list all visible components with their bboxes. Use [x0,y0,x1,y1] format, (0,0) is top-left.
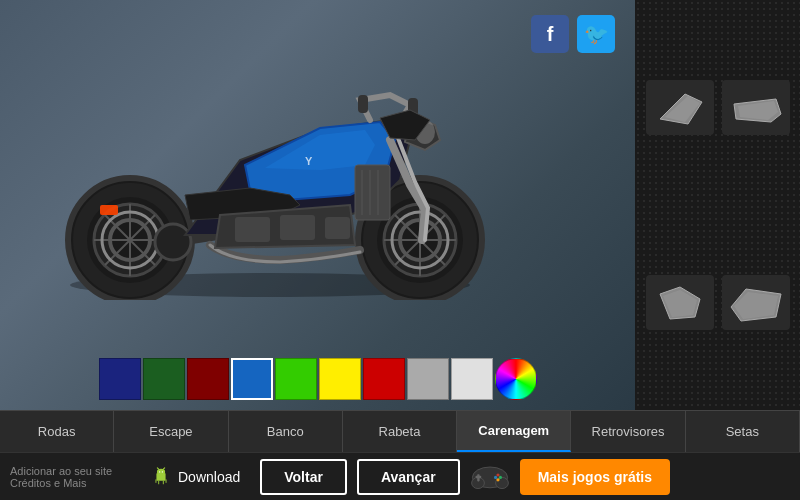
download-button[interactable]: Download [140,460,250,494]
motorcycle-illustration: Y [10,10,550,300]
svg-point-44 [494,475,497,478]
svg-point-42 [496,473,499,476]
part-row-2 [646,275,790,330]
facebook-button[interactable]: f [531,15,569,53]
svg-point-32 [157,468,165,474]
avancar-button[interactable]: Avançar [357,459,460,495]
twitter-label: 🐦 [584,22,609,46]
svg-point-19 [155,224,191,260]
download-label: Download [178,469,240,485]
svg-rect-23 [235,217,270,242]
svg-rect-25 [325,217,350,239]
tab-escape[interactable]: Escape [114,411,228,452]
voltar-label: Voltar [284,469,323,485]
part-thumb-2[interactable] [722,80,790,135]
color-swatch-green[interactable] [143,358,185,400]
android-icon [150,466,172,488]
nav-tabs: Rodas Escape Banco Rabeta Carenagem Retr… [0,410,800,452]
svg-rect-20 [358,95,368,113]
tab-carenagem-label: Carenagem [478,423,549,438]
svg-line-34 [163,467,164,468]
svg-point-45 [496,478,499,481]
bottom-bar: Adicionar ao seu site Créditos e Mais Do… [0,452,800,500]
part-thumb-svg-3 [650,279,710,327]
color-swatch-red[interactable] [363,358,405,400]
parts-panel [635,0,800,410]
tab-setas-label: Setas [726,424,759,439]
part-thumb-4[interactable] [722,275,790,330]
tab-carenagem[interactable]: Carenagem [457,411,571,452]
tab-rodas-label: Rodas [38,424,76,439]
credits-label: Créditos e Mais [10,477,86,489]
svg-point-43 [498,475,501,478]
add-to-site-link[interactable]: Adicionar ao seu site [10,465,130,477]
controller-icon [470,462,510,492]
tab-rodas[interactable]: Rodas [0,411,114,452]
svg-point-36 [162,471,163,472]
tab-retrovisores-label: Retrovisores [592,424,665,439]
part-thumb-svg-2 [726,84,786,132]
tab-retrovisores[interactable]: Retrovisores [571,411,685,452]
voltar-button[interactable]: Voltar [260,459,347,495]
color-swatch-dark-red[interactable] [187,358,229,400]
tab-escape-label: Escape [149,424,192,439]
svg-rect-30 [100,205,118,215]
part-thumb-svg-1 [650,84,710,132]
site-links: Adicionar ao seu site Créditos e Mais [10,465,130,489]
facebook-label: f [547,23,554,46]
color-swatch-white[interactable] [451,358,493,400]
svg-rect-26 [355,165,390,220]
part-row-1 [646,80,790,135]
mais-jogos-label: Mais jogos grátis [538,469,652,485]
svg-rect-24 [280,215,315,240]
svg-point-35 [159,471,160,472]
site-link-label: Adicionar ao seu site [10,465,112,477]
part-thumb-3[interactable] [646,275,714,330]
moto-display: Y f 🐦 [0,0,635,410]
color-swatch-blue[interactable] [231,358,273,400]
part-thumb-svg-4 [726,279,786,327]
color-swatch-light-gray[interactable] [407,358,449,400]
credits-link[interactable]: Créditos e Mais [10,477,130,489]
twitter-button[interactable]: 🐦 [577,15,615,53]
color-bar [99,358,537,400]
svg-line-33 [157,467,158,468]
part-thumb-1[interactable] [646,80,714,135]
color-swatch-yellow[interactable] [319,358,361,400]
tab-rabeta[interactable]: Rabeta [343,411,457,452]
social-icons: f 🐦 [531,15,615,53]
color-swatch-bright-green[interactable] [275,358,317,400]
avancar-label: Avançar [381,469,436,485]
mais-jogos-button[interactable]: Mais jogos grátis [520,459,670,495]
tab-banco[interactable]: Banco [229,411,343,452]
tab-rabeta-label: Rabeta [379,424,421,439]
main-area: Y f 🐦 [0,0,800,410]
color-swatch-dark-blue[interactable] [99,358,141,400]
tab-setas[interactable]: Setas [686,411,800,452]
tab-banco-label: Banco [267,424,304,439]
svg-rect-41 [475,475,481,477]
color-wheel[interactable] [495,358,537,400]
svg-text:Y: Y [305,155,313,167]
